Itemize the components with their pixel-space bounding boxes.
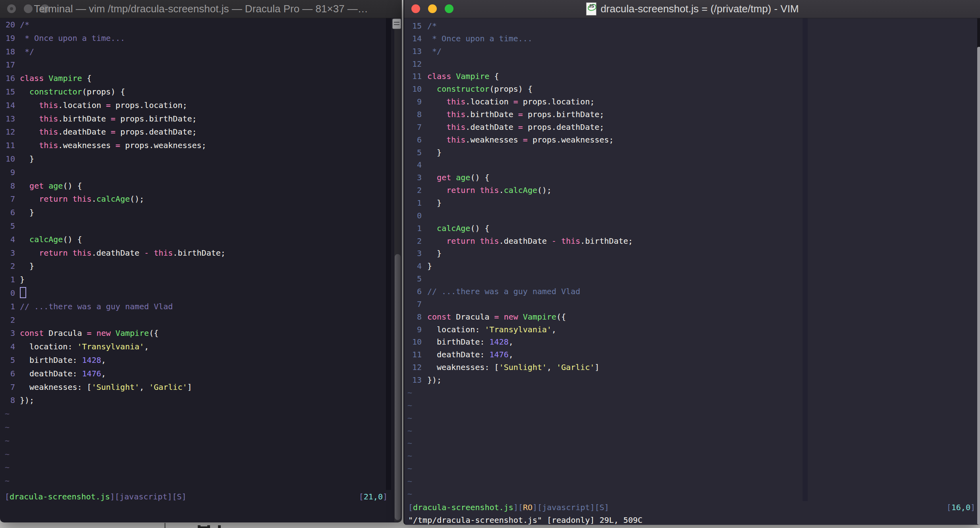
text-segment: .deathDate xyxy=(465,122,518,132)
text-segment: return xyxy=(39,248,68,258)
code-line[interactable]: 10 birthDate: 1428, xyxy=(404,336,974,349)
text-segment: */ xyxy=(20,47,34,56)
terminal-titlebar[interactable]: Terminal — vim /tmp/dracula-screenshot.j… xyxy=(0,0,402,18)
scrollbar-marker-icon[interactable] xyxy=(392,19,401,29)
code-line[interactable]: 14 * Once upon a time... xyxy=(404,33,974,45)
tilde-marker: ~ xyxy=(5,462,10,472)
empty-buffer-line: ~ xyxy=(0,474,393,488)
code-line[interactable]: 4 calcAge() { xyxy=(0,233,393,247)
empty-buffer-line: ~ xyxy=(404,387,974,399)
text-segment: this xyxy=(39,114,58,123)
text-segment: .location xyxy=(58,100,106,110)
code-line[interactable]: 3 get age() { xyxy=(404,172,974,184)
code-line[interactable]: 17 xyxy=(0,58,393,72)
empty-buffer-line: ~ xyxy=(404,437,974,450)
code-line[interactable]: 12 this.deathDate = props.deathDate; xyxy=(0,125,393,139)
document-icon-label: JS xyxy=(586,0,596,15)
code-line[interactable]: 7 weaknesses: ['Sunlight', 'Garlic'] xyxy=(0,381,393,394)
code-line[interactable]: 0 xyxy=(404,210,974,222)
code-line[interactable]: 4 location: 'Transylvania', xyxy=(0,340,393,354)
code-line[interactable]: 13}); xyxy=(404,374,974,387)
code-line[interactable]: 1 calcAge() { xyxy=(404,222,974,235)
code-line[interactable]: 2 return this.deathDate - this.birthDate… xyxy=(404,235,974,248)
code-line[interactable]: 1// ...there was a guy named Vlad xyxy=(0,300,393,314)
code-line[interactable]: 2 xyxy=(0,314,393,327)
text-segment: this xyxy=(446,110,465,119)
code-line[interactable]: 2 return this.calcAge(); xyxy=(404,184,974,197)
code-line[interactable]: 4} xyxy=(404,260,974,273)
code-line[interactable]: 16class Vampire { xyxy=(0,72,393,85)
code-line[interactable]: 3 } xyxy=(404,247,974,260)
vim-buffer-left[interactable]: 20/*19 * Once upon a time...18 */1716cla… xyxy=(0,18,393,488)
line-number: 5 xyxy=(407,273,422,285)
empty-buffer-line: ~ xyxy=(404,462,974,475)
code-line[interactable]: 12 weaknesses: ['Sunlight', 'Garlic'] xyxy=(404,361,974,374)
tilde-marker: ~ xyxy=(5,436,10,445)
line-number: 16 xyxy=(5,72,15,85)
code-line[interactable]: 13 */ xyxy=(404,45,974,58)
code-line[interactable]: 15 constructor(props) { xyxy=(0,85,393,99)
code-line[interactable]: 6// ...there was a guy named Vlad xyxy=(404,285,974,298)
text-segment: , xyxy=(101,355,106,365)
empty-buffer-line: ~ xyxy=(0,407,393,421)
code-line[interactable]: 13 this.birthDate = props.birthDate; xyxy=(0,112,393,126)
line-number: 12 xyxy=(5,125,15,139)
code-line[interactable]: 5 birthDate: 1428, xyxy=(0,354,393,367)
code-line[interactable]: 14 this.location = props.location; xyxy=(0,99,393,112)
code-line[interactable]: 8 this.birthDate = props.birthDate; xyxy=(404,108,974,121)
code-line[interactable]: 11 this.weaknesses = props.weaknesses; xyxy=(0,139,393,152)
code-line[interactable]: 8 get age() { xyxy=(0,179,393,193)
code-line[interactable]: 3const Dracula = new Vampire({ xyxy=(0,327,393,340)
text-segment: class xyxy=(427,71,451,81)
code-line[interactable]: 7 return this.calcAge(); xyxy=(0,193,393,206)
text-segment: 1428 xyxy=(490,337,509,347)
code-line[interactable]: 0 xyxy=(0,287,393,300)
code-line[interactable]: 7 this.deathDate = props.deathDate; xyxy=(404,121,974,134)
text-segment xyxy=(20,141,39,150)
text-segment: this xyxy=(446,135,465,145)
code-line[interactable]: 9 location: 'Transylvania', xyxy=(404,324,974,336)
code-line[interactable]: 12 xyxy=(404,58,974,71)
code-line[interactable]: 3 return this.deathDate - this.birthDate… xyxy=(0,247,393,260)
code-line[interactable]: 18 */ xyxy=(0,45,393,59)
text-segment: } xyxy=(427,261,432,271)
code-line[interactable]: 9 this.location = props.location; xyxy=(404,96,974,108)
scrollbar-thumb[interactable] xyxy=(977,47,980,525)
code-line[interactable]: 8const Dracula = new Vampire({ xyxy=(404,311,974,324)
tilde-marker: ~ xyxy=(407,388,412,397)
code-line[interactable]: 1 } xyxy=(404,197,974,210)
scrollbar-thumb[interactable] xyxy=(395,254,401,520)
code-line[interactable]: 5 } xyxy=(404,146,974,159)
code-line[interactable]: 6 } xyxy=(0,206,393,220)
code-line[interactable]: 10 } xyxy=(0,152,393,166)
text-segment: location: xyxy=(20,342,77,351)
text-segment: return xyxy=(39,194,68,204)
code-line[interactable]: 6 deathDate: 1476, xyxy=(0,367,393,381)
text-segment xyxy=(20,127,39,137)
line-number: 17 xyxy=(5,58,15,72)
code-line[interactable]: 2 } xyxy=(0,260,393,273)
code-line[interactable]: 5 xyxy=(0,220,393,233)
text-segment: .birthDate; xyxy=(173,248,225,258)
code-line[interactable]: 8}); xyxy=(0,394,393,407)
code-line[interactable]: 1} xyxy=(0,273,393,287)
text-segment xyxy=(427,84,437,94)
empty-buffer-line: ~ xyxy=(404,425,974,437)
code-line[interactable]: 4 xyxy=(404,159,974,172)
code-line[interactable]: 20/* xyxy=(0,18,393,32)
code-line[interactable]: 7 xyxy=(404,298,974,311)
code-line[interactable]: 5 xyxy=(404,273,974,285)
text-segment: props.weaknesses; xyxy=(120,141,206,150)
code-line[interactable]: 10 constructor(props) { xyxy=(404,83,974,96)
code-line[interactable]: 6 this.weaknesses = props.weaknesses; xyxy=(404,134,974,146)
code-line[interactable]: 11 deathDate: 1476, xyxy=(404,349,974,361)
code-line[interactable]: 9 xyxy=(0,166,393,179)
macvim-titlebar[interactable]: JSdracula-screenshot.js = (/private/tmp)… xyxy=(404,0,980,18)
code-line[interactable]: 15/* xyxy=(404,20,974,33)
text-segment: , xyxy=(509,337,513,347)
code-line[interactable]: 11class Vampire { xyxy=(404,70,974,83)
text-segment: calcAge xyxy=(96,194,130,204)
code-line[interactable]: 19 * Once upon a time... xyxy=(0,32,393,45)
vim-buffer-right[interactable]: 15/*14 * Once upon a time...13 */1211cla… xyxy=(404,20,974,501)
empty-buffer-line: ~ xyxy=(0,434,393,448)
